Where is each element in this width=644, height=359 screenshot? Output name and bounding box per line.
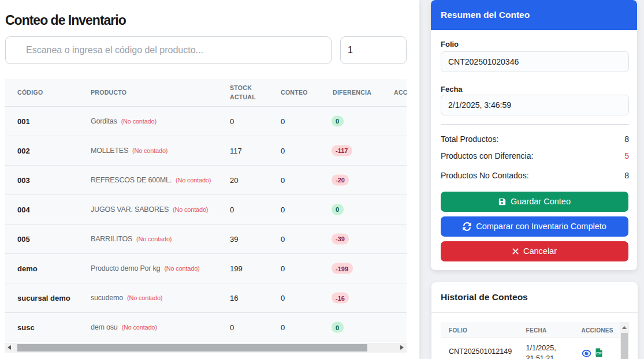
svg-text:CSV: CSV	[596, 352, 602, 355]
